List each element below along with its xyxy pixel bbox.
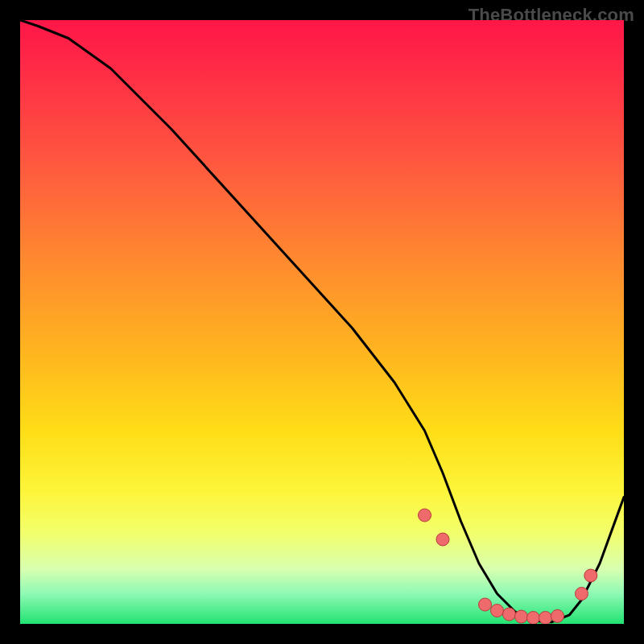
data-point-marker bbox=[576, 588, 588, 601]
data-point-marker bbox=[491, 605, 504, 617]
data-point-marker bbox=[436, 533, 449, 546]
data-point-marker bbox=[479, 598, 492, 611]
data-point-marker bbox=[551, 609, 564, 622]
data-point-marker bbox=[539, 612, 552, 625]
data-point-marker bbox=[527, 612, 540, 625]
chart-frame: TheBottleneck.com bbox=[0, 0, 644, 644]
data-point-marker bbox=[584, 569, 597, 582]
plot-area bbox=[20, 20, 624, 624]
data-point-marker bbox=[419, 509, 431, 522]
chart-svg bbox=[20, 20, 624, 624]
bottleneck-curve bbox=[20, 20, 624, 622]
data-point-marker bbox=[503, 608, 516, 621]
data-point-marker bbox=[515, 610, 528, 623]
curve-markers bbox=[419, 509, 597, 624]
